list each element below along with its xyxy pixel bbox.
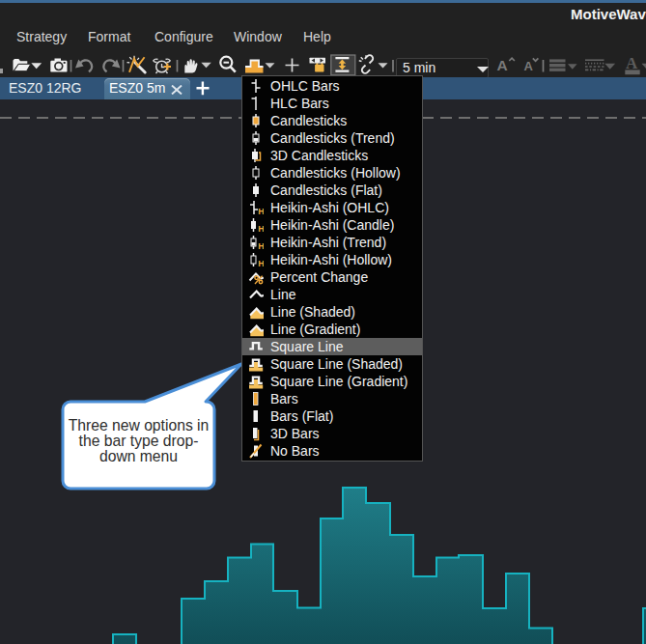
svg-text:H: H: [258, 207, 264, 215]
svg-text:H: H: [258, 224, 264, 233]
svg-text:H: H: [258, 241, 264, 250]
svg-text:H: H: [258, 259, 264, 267]
svg-text:A: A: [524, 59, 534, 73]
svg-text:A: A: [497, 57, 508, 73]
